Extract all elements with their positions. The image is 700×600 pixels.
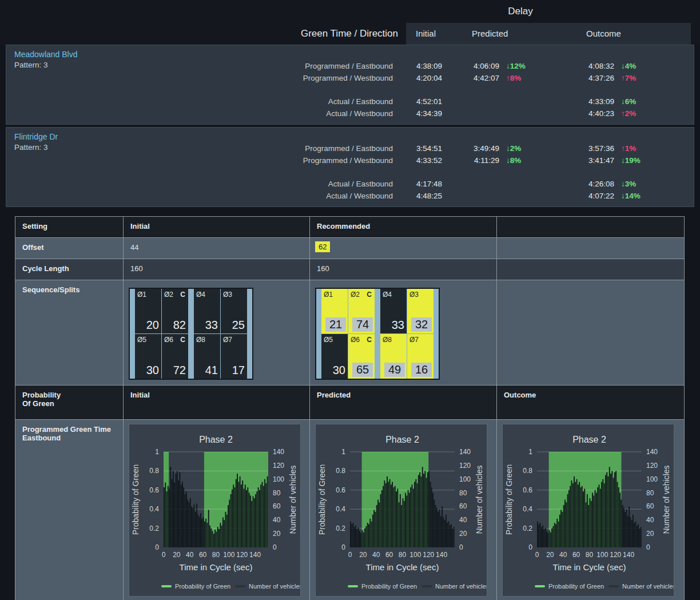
intersection-link[interactable]: Flintridge Dr <box>14 132 58 141</box>
svg-text:40: 40 <box>273 516 281 524</box>
phase-number: Ø6 <box>164 336 173 344</box>
green-time-charts-row: Programmed Green Time Eastbound Phase 20… <box>15 420 685 600</box>
svg-text:140: 140 <box>436 551 447 559</box>
outcome-delay-percent: ↑7% <box>621 73 673 84</box>
svg-text:Phase 2: Phase 2 <box>199 435 233 444</box>
svg-text:0: 0 <box>535 551 539 559</box>
green-time-row: Actual / Eastbound4:52:014:33:09↓6% <box>6 96 694 108</box>
cycle-length-row: Cycle Length 160 160 <box>15 259 685 280</box>
ring-barrier-bar <box>375 289 380 379</box>
settings-header-row: Setting Initial Recommended <box>15 217 685 238</box>
split-value: 16 <box>411 363 432 377</box>
svg-text:100: 100 <box>409 551 421 559</box>
svg-text:Number of vehicles: Number of vehicles <box>622 583 674 590</box>
svg-text:60: 60 <box>385 551 393 559</box>
svg-text:80: 80 <box>459 489 467 497</box>
svg-text:0: 0 <box>341 543 345 551</box>
predicted-delay-percent: ↓8% <box>506 155 558 166</box>
svg-text:Probability of Green: Probability of Green <box>361 583 417 590</box>
probability-header-outcome: Outcome <box>497 386 685 420</box>
split-value: 20 <box>146 319 159 332</box>
svg-text:60: 60 <box>572 551 580 559</box>
svg-text:140: 140 <box>459 448 471 456</box>
split-value: 33 <box>205 319 218 332</box>
outcome-delay-percent: ↓4% <box>621 61 673 72</box>
split-value: 32 <box>411 317 432 332</box>
outcome-delay-percent: ↓3% <box>621 178 673 190</box>
green-time-direction-header: Green Time / Direction <box>229 23 398 45</box>
split-value: 74 <box>352 317 373 332</box>
direction-label: Actual / Westbound <box>172 108 393 120</box>
svg-text:40: 40 <box>646 516 654 524</box>
direction-label: Actual / Eastbound <box>172 96 393 108</box>
settings-header-initial: Initial <box>124 217 310 238</box>
ring-barrier-bar <box>316 289 321 379</box>
green-time-row: Actual / Westbound4:48:254:07:22↓14% <box>6 190 694 202</box>
outcome-time: 4:37:26 <box>560 73 614 84</box>
green-time-row: Actual / Westbound4:34:394:40:23↑2% <box>6 108 694 120</box>
svg-text:0.4: 0.4 <box>336 505 345 513</box>
ring-barrier-bar <box>130 289 134 379</box>
outcome-time: 4:40:23 <box>560 108 614 120</box>
svg-text:Time in Cycle (sec): Time in Cycle (sec) <box>180 562 253 572</box>
svg-text:100: 100 <box>596 551 608 559</box>
probability-header-row: Probability Of Green Initial Predicted O… <box>15 386 685 420</box>
svg-text:Phase 2: Phase 2 <box>572 435 606 444</box>
sequence-splits-row: Sequence/Splits Ø120Ø2C82Ø433Ø325Ø530Ø6C… <box>15 280 685 386</box>
probability-of-green-label: Probability Of Green <box>15 386 124 420</box>
phase-cell: Ø716 <box>407 334 433 379</box>
svg-text:0: 0 <box>273 543 277 551</box>
phase-chart: Phase 200.20.40.60.810204060801001201400… <box>129 424 300 596</box>
svg-text:Number of vehicles: Number of vehicles <box>249 583 300 590</box>
phase-chart: Phase 200.20.40.60.810204060801001201400… <box>316 424 487 596</box>
phase-cell: Ø433 <box>380 289 407 333</box>
svg-text:120: 120 <box>610 551 621 559</box>
outcome-delay-percent: ↑1% <box>621 143 673 154</box>
svg-text:140: 140 <box>646 448 658 456</box>
direction-label: Actual / Eastbound <box>172 178 393 190</box>
svg-text:0: 0 <box>459 543 463 551</box>
chart-panel-outcome: Phase 200.20.40.60.810204060801001201400… <box>502 424 674 597</box>
outcome-time: 4:08:32 <box>560 61 614 72</box>
green-time-row: Actual / Eastbound4:17:484:26:08↓3% <box>6 178 694 190</box>
svg-text:Probability of Green: Probability of Green <box>504 464 514 535</box>
delay-title: Delay <box>463 0 578 23</box>
column-header-predicted: Predicted <box>472 23 508 45</box>
chart-panel-predicted: Phase 200.20.40.60.810204060801001201400… <box>315 424 487 597</box>
svg-text:0.6: 0.6 <box>336 486 345 494</box>
svg-text:20: 20 <box>359 551 367 559</box>
split-value: 21 <box>325 317 346 332</box>
svg-text:40: 40 <box>459 516 467 524</box>
initial-time: 4:33:52 <box>395 155 442 166</box>
column-header-initial: Initial <box>416 23 436 45</box>
phase-number: Ø6 <box>351 336 360 344</box>
green-time-row: Programmed / Westbound4:33:524:11:29↓8%3… <box>6 155 694 166</box>
coordinated-flag: C <box>180 291 185 299</box>
split-value: 17 <box>232 364 245 377</box>
svg-text:80: 80 <box>646 489 654 497</box>
svg-text:120: 120 <box>423 551 434 559</box>
offset-initial-value: 44 <box>124 238 310 259</box>
direction-label: Programmed / Westbound <box>172 73 393 84</box>
split-value: 33 <box>392 319 404 332</box>
svg-text:100: 100 <box>273 475 284 483</box>
svg-text:120: 120 <box>459 462 471 470</box>
split-value: 82 <box>173 319 186 332</box>
direction-label: Programmed / Eastbound <box>172 143 393 154</box>
phase-number: Ø3 <box>409 291 419 299</box>
svg-text:1: 1 <box>341 448 345 456</box>
svg-text:0: 0 <box>162 551 166 559</box>
column-header-outcome: Outcome <box>586 23 621 45</box>
probability-header-predicted: Predicted <box>310 386 497 420</box>
phase-chart: Phase 200.20.40.60.810204060801001201400… <box>503 424 674 596</box>
svg-text:100: 100 <box>223 551 234 559</box>
svg-text:20: 20 <box>459 530 467 538</box>
outcome-time: 4:33:09 <box>560 96 614 108</box>
intersection-link[interactable]: Meadowland Blvd <box>14 50 78 59</box>
svg-text:0: 0 <box>528 543 532 551</box>
svg-text:100: 100 <box>459 475 471 483</box>
ring-barrier-bar <box>434 289 439 379</box>
offset-label: Offset <box>15 238 124 259</box>
svg-text:60: 60 <box>459 502 467 510</box>
svg-text:0.8: 0.8 <box>149 467 159 475</box>
